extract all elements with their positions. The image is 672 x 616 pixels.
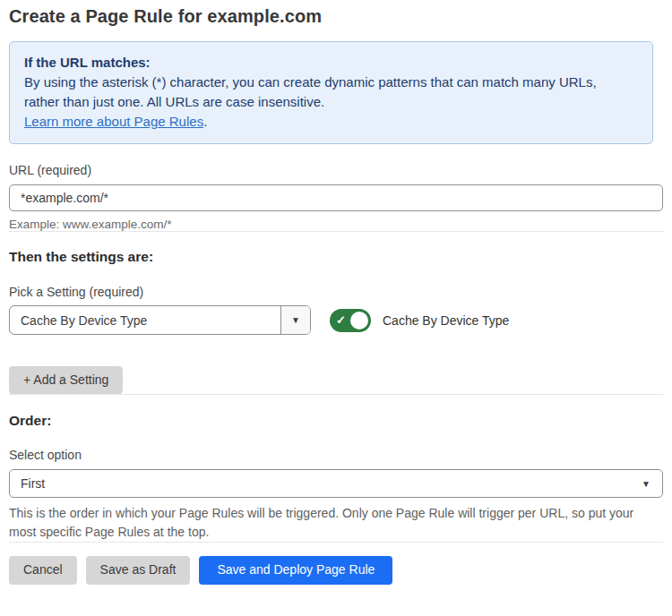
order-help-text: This is the order in which your Page Rul… xyxy=(9,504,663,542)
cancel-button[interactable]: Cancel xyxy=(9,556,77,584)
order-help-line: most specific Page Rules at the top. xyxy=(9,523,663,542)
footer-actions: Cancel Save as Draft Save and Deploy Pag… xyxy=(9,556,663,584)
page-title: Create a Page Rule for example.com xyxy=(9,6,663,27)
setting-toggle-label: Cache By Device Type xyxy=(383,313,509,328)
setting-select-value: Cache By Device Type xyxy=(10,306,280,334)
add-setting-button[interactable]: + Add a Setting xyxy=(9,366,123,394)
order-select-label: Select option xyxy=(9,448,663,462)
setting-toggle[interactable]: ✓ xyxy=(330,309,371,332)
save-as-draft-button[interactable]: Save as Draft xyxy=(86,556,191,584)
setting-select[interactable]: Cache By Device Type ▼ xyxy=(9,305,311,335)
link-period: . xyxy=(203,114,207,129)
check-icon: ✓ xyxy=(336,314,346,326)
toggle-knob xyxy=(350,312,368,329)
url-match-info-box: If the URL matches: By using the asteris… xyxy=(9,41,653,144)
order-help-line: This is the order in which your Page Rul… xyxy=(9,504,663,523)
info-box-link-line: Learn more about Page Rules. xyxy=(24,112,638,132)
pick-setting-label: Pick a Setting (required) xyxy=(9,285,663,299)
order-select[interactable]: First ▼ xyxy=(9,469,663,498)
url-input[interactable] xyxy=(9,184,663,211)
url-example-help: Example: www.example.com/* xyxy=(9,218,663,231)
divider xyxy=(9,231,663,232)
divider xyxy=(9,542,663,543)
order-section-heading: Order: xyxy=(9,413,663,429)
divider xyxy=(9,394,663,395)
info-box-heading: If the URL matches: xyxy=(24,53,638,73)
learn-more-link[interactable]: Learn more about Page Rules xyxy=(24,114,203,129)
chevron-down-icon: ▼ xyxy=(280,306,310,334)
url-field-label: URL (required) xyxy=(9,163,663,177)
save-and-deploy-button[interactable]: Save and Deploy Page Rule xyxy=(199,556,392,584)
info-box-body-line: rather than just one. All URLs are case … xyxy=(24,92,638,112)
setting-row: Cache By Device Type ▼ ✓ Cache By Device… xyxy=(9,305,663,335)
order-select-value: First xyxy=(10,476,642,491)
chevron-down-icon: ▼ xyxy=(642,479,662,489)
settings-section-heading: Then the settings are: xyxy=(9,249,663,265)
page-rule-form: Create a Page Rule for example.com If th… xyxy=(0,6,672,585)
info-box-body-line: By using the asterisk (*) character, you… xyxy=(24,73,638,92)
